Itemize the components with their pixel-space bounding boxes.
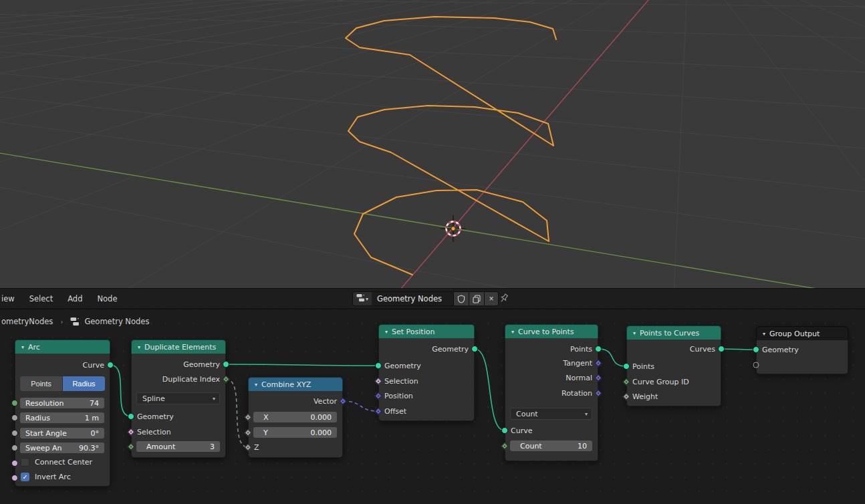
field-value: 74 bbox=[90, 399, 99, 408]
node-header-duplicate-elements[interactable]: ▾Duplicate Elements bbox=[131, 340, 226, 354]
field-label: Count bbox=[520, 442, 542, 451]
checkbox-invert-arc[interactable]: ✓Invert Arc bbox=[21, 473, 71, 481]
socket-label: Normal bbox=[566, 374, 592, 382]
node-title: Duplicate Elements bbox=[144, 343, 216, 352]
collapse-chevron-icon[interactable]: ▾ bbox=[511, 329, 514, 335]
dropdown-count[interactable]: Count▾ bbox=[510, 408, 592, 420]
input-geometry: Geometry bbox=[756, 344, 848, 356]
menu-select[interactable]: Select bbox=[22, 289, 60, 309]
fake-user-shield-button[interactable] bbox=[454, 292, 469, 305]
node-header-group-output[interactable]: ▾Group Output bbox=[756, 326, 848, 340]
browse-node-tree-button[interactable]: ▾ bbox=[353, 292, 372, 305]
node-link[interactable] bbox=[598, 349, 626, 366]
checkbox-connect-center[interactable]: Connect Center bbox=[21, 458, 92, 467]
node-combine-xyz[interactable]: ▾Combine XYZVectorX0.000Y0.000Z bbox=[248, 377, 343, 458]
blender-window: iew Select Add Node ▾ Geometry Nodes × bbox=[0, 0, 865, 504]
field-count[interactable]: Count10 bbox=[510, 440, 592, 451]
node-header-curve-to-points[interactable]: ▾Curve to Points bbox=[505, 324, 598, 338]
input-geometry: Geometry bbox=[131, 410, 226, 422]
node-tree-name-field[interactable]: Geometry Nodes bbox=[372, 292, 453, 305]
node-set-position[interactable]: ▾Set PositionGeometryGeometrySelectionPo… bbox=[378, 324, 475, 421]
field-amount[interactable]: Amount3 bbox=[136, 441, 220, 452]
field-start-angle[interactable]: Start Angle0° bbox=[20, 428, 104, 438]
node-title: Set Position bbox=[392, 328, 435, 336]
node-link[interactable] bbox=[226, 379, 248, 447]
node-header-set-position[interactable]: ▾Set Position bbox=[378, 324, 475, 338]
socket-label: Duplicate Index bbox=[162, 375, 220, 384]
field-label: Resolution bbox=[25, 399, 64, 408]
node-link[interactable] bbox=[721, 349, 756, 350]
field-x[interactable]: X0.000 bbox=[253, 412, 337, 422]
node-header-combine-xyz[interactable]: ▾Combine XYZ bbox=[248, 377, 343, 391]
duplicate-datablock-button[interactable] bbox=[469, 292, 484, 305]
toggle-option-points[interactable]: Points bbox=[20, 376, 62, 391]
field-label: Start Angle bbox=[25, 429, 67, 438]
socket-label: Curve Group ID bbox=[632, 378, 689, 386]
toggle-option-radius[interactable]: Radius bbox=[63, 376, 105, 391]
socket-label: Geometry bbox=[432, 345, 469, 354]
field-y[interactable]: Y0.000 bbox=[253, 427, 337, 438]
field-sweep-an[interactable]: Sweep An90.3° bbox=[20, 443, 104, 453]
node-group-output[interactable]: ▾Group OutputGeometry bbox=[756, 326, 848, 374]
checkbox-box[interactable]: ✓ bbox=[21, 473, 29, 481]
collapse-chevron-icon[interactable]: ▾ bbox=[385, 329, 388, 335]
node-link[interactable] bbox=[226, 364, 378, 366]
node-curve-to-points[interactable]: ▾Curve to PointsPointsTangentNormalRotat… bbox=[505, 324, 598, 461]
checkbox-box[interactable] bbox=[21, 458, 29, 467]
input-z: Z bbox=[248, 441, 343, 453]
field-value: 1 m bbox=[85, 414, 99, 422]
socket-label: Points bbox=[632, 362, 654, 371]
node-arc[interactable]: ▾ArcCurvePointsRadiusResolution74Radius1… bbox=[15, 340, 110, 487]
field-radius[interactable]: Radius1 m bbox=[20, 412, 104, 423]
editor-menus: iew Select Add Node bbox=[0, 289, 124, 308]
dropdown-value: Count bbox=[516, 410, 538, 418]
output-geometry: Geometry bbox=[378, 343, 475, 355]
collapse-chevron-icon[interactable]: ▾ bbox=[255, 382, 257, 388]
copy-icon bbox=[473, 295, 481, 303]
pin-icon[interactable] bbox=[499, 293, 509, 305]
node-header-points-to-curves[interactable]: ▾Points to Curves bbox=[626, 326, 721, 340]
menu-node[interactable]: Node bbox=[90, 289, 124, 309]
node-title: Curve to Points bbox=[518, 328, 574, 336]
breadcrumb-root[interactable]: ometryNodes bbox=[1, 317, 53, 326]
socket-label: Geometry bbox=[384, 362, 421, 370]
input-geometry: Geometry bbox=[378, 360, 475, 372]
chevron-down-icon: ▾ bbox=[213, 396, 215, 402]
field-resolution[interactable]: Resolution74 bbox=[20, 398, 104, 408]
input-position: Position bbox=[378, 390, 475, 402]
node-tree-icon bbox=[70, 317, 80, 326]
socket-label: Selection bbox=[137, 428, 171, 436]
node-link[interactable] bbox=[475, 349, 505, 430]
collapse-chevron-icon[interactable]: ▾ bbox=[763, 331, 765, 337]
field-label: Y bbox=[263, 428, 268, 437]
unlink-button[interactable]: × bbox=[485, 292, 498, 305]
dropdown-spline[interactable]: Spline▾ bbox=[136, 392, 220, 404]
node-link[interactable] bbox=[343, 401, 378, 411]
datablock-selector: ▾ Geometry Nodes × bbox=[352, 291, 499, 306]
node-points-to-curves[interactable]: ▾Points to CurvesCurvesPointsCurve Group… bbox=[626, 326, 721, 406]
menu-add[interactable]: Add bbox=[60, 289, 90, 309]
socket-label: Vector bbox=[314, 397, 337, 406]
field-value: 0° bbox=[91, 429, 100, 438]
socket-label: Weight bbox=[632, 392, 658, 401]
collapse-chevron-icon[interactable]: ▾ bbox=[633, 330, 636, 336]
menu-view[interactable]: iew bbox=[0, 289, 22, 309]
socket-label: Geometry bbox=[137, 412, 174, 421]
node-editor-header-bar: iew Select Add Node ▾ Geometry Nodes × bbox=[0, 288, 865, 309]
output-points: Points bbox=[505, 343, 598, 355]
field-value: 90.3° bbox=[79, 444, 99, 453]
node-duplicate-elements[interactable]: ▾Duplicate ElementsGeometryDuplicate Ind… bbox=[131, 340, 226, 458]
node-link[interactable] bbox=[110, 365, 131, 416]
input-offset: Offset bbox=[378, 405, 475, 417]
dropdown-value: Spline bbox=[142, 394, 165, 403]
socket-label: Position bbox=[384, 392, 413, 400]
input-curve: Curve bbox=[505, 424, 598, 436]
checkbox-label: Connect Center bbox=[35, 458, 92, 467]
collapse-chevron-icon[interactable]: ▾ bbox=[138, 344, 140, 350]
field-value: 0.000 bbox=[311, 428, 332, 437]
node-title: Combine XYZ bbox=[261, 380, 311, 389]
socket-label: Points bbox=[570, 345, 592, 354]
socket-label: Geometry bbox=[183, 360, 220, 369]
node-header-arc[interactable]: ▾Arc bbox=[15, 340, 110, 354]
collapse-chevron-icon[interactable]: ▾ bbox=[21, 344, 24, 350]
